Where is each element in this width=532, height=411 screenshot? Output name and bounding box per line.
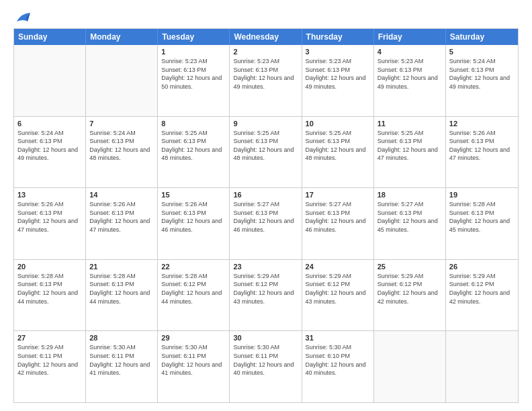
- day-number: 27: [17, 334, 82, 342]
- day-number: 1: [161, 48, 226, 56]
- day-number: 4: [378, 48, 442, 56]
- calendar-cell: 18Sunrise: 5:27 AM Sunset: 6:13 PM Dayli…: [374, 188, 446, 259]
- header-day-tuesday: Tuesday: [158, 29, 230, 45]
- calendar-cell: 17Sunrise: 5:27 AM Sunset: 6:13 PM Dayli…: [302, 188, 374, 259]
- calendar-cell: 15Sunrise: 5:26 AM Sunset: 6:13 PM Dayli…: [158, 188, 230, 259]
- calendar-cell: 9Sunrise: 5:25 AM Sunset: 6:13 PM Daylig…: [230, 117, 302, 188]
- day-number: 7: [89, 120, 154, 128]
- day-info: Sunrise: 5:28 AM Sunset: 6:13 PM Dayligh…: [89, 272, 154, 306]
- header-day-sunday: Sunday: [14, 29, 86, 45]
- day-info: Sunrise: 5:25 AM Sunset: 6:13 PM Dayligh…: [161, 129, 226, 163]
- day-number: 19: [449, 191, 515, 199]
- day-info: Sunrise: 5:30 AM Sunset: 6:11 PM Dayligh…: [161, 343, 226, 377]
- day-number: 5: [449, 48, 515, 56]
- day-number: 16: [233, 191, 298, 199]
- day-info: Sunrise: 5:30 AM Sunset: 6:10 PM Dayligh…: [306, 343, 370, 377]
- day-info: Sunrise: 5:25 AM Sunset: 6:13 PM Dayligh…: [306, 129, 370, 163]
- day-info: Sunrise: 5:26 AM Sunset: 6:13 PM Dayligh…: [161, 200, 226, 234]
- calendar-body: 1Sunrise: 5:23 AM Sunset: 6:13 PM Daylig…: [14, 45, 518, 402]
- header-day-thursday: Thursday: [302, 29, 374, 45]
- day-number: 30: [233, 334, 298, 342]
- day-info: Sunrise: 5:29 AM Sunset: 6:12 PM Dayligh…: [378, 272, 442, 306]
- calendar-week-0: 1Sunrise: 5:23 AM Sunset: 6:13 PM Daylig…: [14, 45, 518, 116]
- logo-bird-icon: [15, 12, 30, 24]
- day-info: Sunrise: 5:24 AM Sunset: 6:13 PM Dayligh…: [449, 57, 515, 91]
- day-number: 24: [306, 263, 370, 271]
- calendar-week-2: 13Sunrise: 5:26 AM Sunset: 6:13 PM Dayli…: [14, 187, 518, 259]
- day-info: Sunrise: 5:25 AM Sunset: 6:13 PM Dayligh…: [233, 129, 298, 163]
- calendar-cell: 21Sunrise: 5:28 AM Sunset: 6:13 PM Dayli…: [86, 260, 158, 331]
- calendar-cell: [86, 45, 158, 116]
- day-info: Sunrise: 5:29 AM Sunset: 6:11 PM Dayligh…: [17, 343, 82, 377]
- day-info: Sunrise: 5:26 AM Sunset: 6:13 PM Dayligh…: [89, 200, 154, 234]
- calendar-cell: [14, 45, 86, 116]
- calendar-cell: 28Sunrise: 5:30 AM Sunset: 6:11 PM Dayli…: [86, 331, 158, 402]
- day-info: Sunrise: 5:23 AM Sunset: 6:13 PM Dayligh…: [378, 57, 442, 91]
- logo-text: [13, 12, 30, 24]
- day-info: Sunrise: 5:28 AM Sunset: 6:13 PM Dayligh…: [449, 200, 515, 234]
- day-number: 29: [161, 334, 226, 342]
- day-number: 14: [89, 191, 154, 199]
- calendar-cell: 12Sunrise: 5:26 AM Sunset: 6:13 PM Dayli…: [446, 117, 518, 188]
- calendar-cell: 29Sunrise: 5:30 AM Sunset: 6:11 PM Dayli…: [158, 331, 230, 402]
- calendar-cell: 23Sunrise: 5:29 AM Sunset: 6:12 PM Dayli…: [230, 260, 302, 331]
- day-number: 13: [17, 191, 82, 199]
- day-info: Sunrise: 5:29 AM Sunset: 6:12 PM Dayligh…: [233, 272, 298, 306]
- day-info: Sunrise: 5:23 AM Sunset: 6:13 PM Dayligh…: [233, 57, 298, 91]
- day-number: 9: [233, 120, 298, 128]
- calendar-cell: [446, 331, 518, 402]
- calendar-week-1: 6Sunrise: 5:24 AM Sunset: 6:13 PM Daylig…: [14, 116, 518, 188]
- calendar-cell: 4Sunrise: 5:23 AM Sunset: 6:13 PM Daylig…: [374, 45, 446, 116]
- day-info: Sunrise: 5:29 AM Sunset: 6:12 PM Dayligh…: [449, 272, 515, 306]
- calendar: SundayMondayTuesdayWednesdayThursdayFrid…: [13, 28, 519, 403]
- day-number: 12: [449, 120, 515, 128]
- day-info: Sunrise: 5:24 AM Sunset: 6:13 PM Dayligh…: [89, 129, 154, 163]
- day-info: Sunrise: 5:30 AM Sunset: 6:11 PM Dayligh…: [233, 343, 298, 377]
- header-day-monday: Monday: [86, 29, 158, 45]
- logo: [13, 12, 30, 24]
- day-info: Sunrise: 5:30 AM Sunset: 6:11 PM Dayligh…: [89, 343, 154, 377]
- calendar-cell: 13Sunrise: 5:26 AM Sunset: 6:13 PM Dayli…: [14, 188, 86, 259]
- calendar-header-row: SundayMondayTuesdayWednesdayThursdayFrid…: [14, 29, 518, 45]
- day-info: Sunrise: 5:26 AM Sunset: 6:13 PM Dayligh…: [449, 129, 515, 163]
- calendar-cell: 2Sunrise: 5:23 AM Sunset: 6:13 PM Daylig…: [230, 45, 302, 116]
- day-number: 26: [449, 263, 515, 271]
- day-info: Sunrise: 5:23 AM Sunset: 6:13 PM Dayligh…: [306, 57, 370, 91]
- day-number: 17: [306, 191, 370, 199]
- calendar-cell: 24Sunrise: 5:29 AM Sunset: 6:12 PM Dayli…: [302, 260, 374, 331]
- header-day-friday: Friday: [374, 29, 446, 45]
- calendar-cell: 30Sunrise: 5:30 AM Sunset: 6:11 PM Dayli…: [230, 331, 302, 402]
- day-number: 6: [17, 120, 82, 128]
- calendar-cell: 10Sunrise: 5:25 AM Sunset: 6:13 PM Dayli…: [302, 117, 374, 188]
- calendar-cell: 22Sunrise: 5:28 AM Sunset: 6:12 PM Dayli…: [158, 260, 230, 331]
- day-number: 15: [161, 191, 226, 199]
- day-info: Sunrise: 5:27 AM Sunset: 6:13 PM Dayligh…: [378, 200, 442, 234]
- day-number: 28: [89, 334, 154, 342]
- day-info: Sunrise: 5:29 AM Sunset: 6:12 PM Dayligh…: [306, 272, 370, 306]
- calendar-week-4: 27Sunrise: 5:29 AM Sunset: 6:11 PM Dayli…: [14, 330, 518, 402]
- day-info: Sunrise: 5:27 AM Sunset: 6:13 PM Dayligh…: [233, 200, 298, 234]
- day-info: Sunrise: 5:27 AM Sunset: 6:13 PM Dayligh…: [306, 200, 370, 234]
- day-info: Sunrise: 5:28 AM Sunset: 6:12 PM Dayligh…: [161, 272, 226, 306]
- calendar-cell: 1Sunrise: 5:23 AM Sunset: 6:13 PM Daylig…: [158, 45, 230, 116]
- header-day-wednesday: Wednesday: [230, 29, 302, 45]
- day-info: Sunrise: 5:23 AM Sunset: 6:13 PM Dayligh…: [161, 57, 226, 91]
- calendar-cell: 16Sunrise: 5:27 AM Sunset: 6:13 PM Dayli…: [230, 188, 302, 259]
- day-number: 31: [306, 334, 370, 342]
- day-number: 23: [233, 263, 298, 271]
- day-number: 2: [233, 48, 298, 56]
- calendar-cell: 3Sunrise: 5:23 AM Sunset: 6:13 PM Daylig…: [302, 45, 374, 116]
- calendar-cell: 8Sunrise: 5:25 AM Sunset: 6:13 PM Daylig…: [158, 117, 230, 188]
- day-info: Sunrise: 5:26 AM Sunset: 6:13 PM Dayligh…: [17, 200, 82, 234]
- day-number: 25: [378, 263, 442, 271]
- day-number: 21: [89, 263, 154, 271]
- day-number: 11: [378, 120, 442, 128]
- calendar-cell: 25Sunrise: 5:29 AM Sunset: 6:12 PM Dayli…: [374, 260, 446, 331]
- day-info: Sunrise: 5:25 AM Sunset: 6:13 PM Dayligh…: [378, 129, 442, 163]
- day-number: 22: [161, 263, 226, 271]
- day-number: 8: [161, 120, 226, 128]
- calendar-cell: 26Sunrise: 5:29 AM Sunset: 6:12 PM Dayli…: [446, 260, 518, 331]
- calendar-cell: 14Sunrise: 5:26 AM Sunset: 6:13 PM Dayli…: [86, 188, 158, 259]
- calendar-cell: 6Sunrise: 5:24 AM Sunset: 6:13 PM Daylig…: [14, 117, 86, 188]
- day-number: 10: [306, 120, 370, 128]
